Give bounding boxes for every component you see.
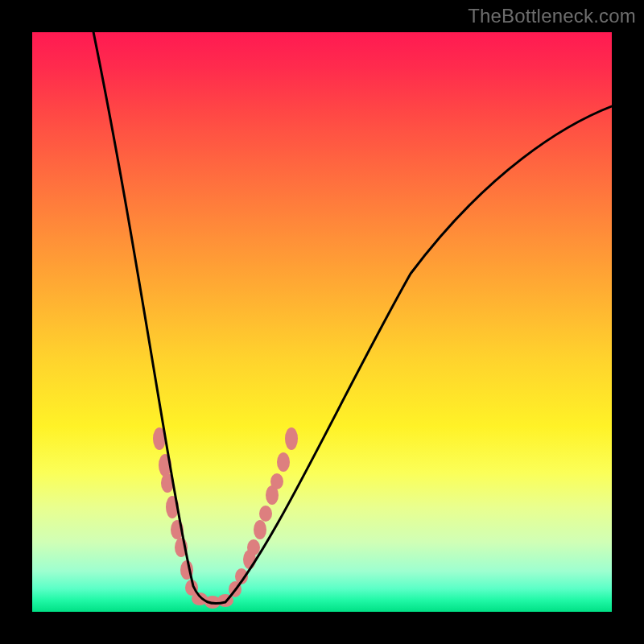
data-marker [247, 539, 260, 555]
data-marker [259, 506, 272, 522]
chart-svg [32, 32, 612, 612]
watermark-text: TheBottleneck.com [468, 5, 636, 27]
data-marker [254, 520, 266, 539]
data-marker [285, 427, 298, 450]
chart-frame: TheBottleneck.com [0, 0, 644, 644]
data-marker [277, 452, 290, 472]
bottleneck-curve [90, 32, 612, 604]
marker-group [153, 427, 298, 609]
data-marker [270, 473, 283, 489]
plot-area [32, 32, 612, 612]
